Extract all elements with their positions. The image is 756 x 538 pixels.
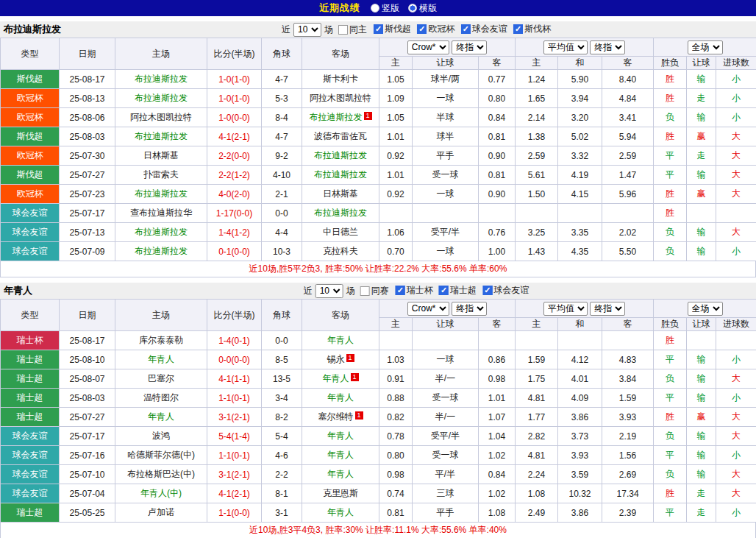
league-filter[interactable]: 瑞士杯 (396, 284, 433, 297)
avg-home-odds: 2.24 (516, 465, 558, 484)
corners-cell: 0-0 (262, 204, 302, 223)
section-team-name: 年青人 (4, 284, 32, 297)
same-venue-checkbox[interactable] (338, 25, 348, 35)
fulltime-select[interactable]: 全场 (688, 40, 723, 54)
home-team-name: 哈德斯菲尔德(中) (127, 450, 195, 460)
handicap-line: 受一球 (413, 389, 479, 408)
handicap-away-odds: 0.81 (479, 127, 516, 146)
match-row: 欧冠杯 25-07-23 布拉迪斯拉发1 4-0(2-0) 2-1 日林斯基1 … (1, 185, 756, 204)
layout-vertical-option[interactable]: 竖版 (371, 2, 399, 15)
league-cell: 瑞士超 (1, 389, 60, 408)
handicap-time-select[interactable]: 终指 (452, 302, 487, 316)
same-venue-checkbox[interactable] (360, 286, 370, 296)
league-filter-label: 球会友谊 (472, 23, 507, 35)
result-outcome: 胜 (654, 484, 687, 503)
away-team-name: 布拉迪斯拉发 (314, 208, 367, 218)
match-row: 瑞士超 25-08-07 巴塞尔1 4-1(1-1) 13-5 年青人1 0.9… (1, 369, 756, 389)
avg-away-odds (602, 331, 654, 350)
result-handicap: 输 (687, 389, 716, 408)
handicap-home-odds: 0.88 (379, 389, 413, 408)
subcol-handicap-line: 让球 (413, 57, 479, 70)
col-corner: 角球 (262, 300, 302, 331)
league-filter-checkbox[interactable] (439, 286, 449, 295)
red-card-badge: 1 (346, 354, 354, 362)
score-cell: 1-0(1-0) (207, 70, 262, 89)
league-cell: 欧冠杯 (1, 108, 60, 127)
date-cell: 25-07-27 (60, 166, 115, 185)
score-cell: 1-1(0-1) (207, 389, 262, 408)
away-team-name: 锡永 (327, 354, 345, 364)
subcol-avg-home: 主 (516, 318, 558, 331)
europe-time-select[interactable]: 终指 (590, 40, 625, 54)
handicap-away-odds: 1.00 (479, 242, 516, 261)
home-team-cell: 布拉迪斯拉发1 (115, 185, 207, 204)
games-label: 场 (346, 285, 355, 297)
handicap-time-select[interactable]: 终指 (452, 40, 487, 54)
avg-home-odds: 1.08 (516, 484, 558, 503)
league-filter-checkbox[interactable] (396, 286, 405, 295)
subcol-handicap-away: 客 (479, 57, 516, 70)
league-filter[interactable]: 斯伐杯 (513, 23, 551, 35)
league-filter-checkbox[interactable] (461, 24, 471, 34)
league-filter[interactable]: 球会友谊 (461, 23, 507, 35)
away-team-cell: 波德布雷佐瓦1 (302, 127, 379, 146)
bookmaker-select[interactable]: Crow* (407, 302, 449, 316)
layout-horizontal-option[interactable]: 横版 (408, 2, 437, 15)
match-row: 欧冠杯 25-08-13 布拉迪斯拉发1 1-0(1-0) 5-3 阿拉木图凯拉… (1, 89, 756, 108)
average-odds-select[interactable]: 平均值 (543, 40, 588, 54)
date-cell: 25-08-07 (60, 369, 115, 389)
league-filter-checkbox[interactable] (417, 24, 427, 34)
handicap-line: 平手 (413, 146, 479, 166)
europe-time-select[interactable]: 终指 (590, 302, 625, 316)
subcol-outcome: 胜负 (654, 318, 687, 331)
result-handicap: 输 (687, 427, 716, 446)
avg-draw-odds (558, 331, 602, 350)
date-cell: 25-07-30 (60, 146, 115, 166)
vertical-radio[interactable] (371, 4, 379, 13)
league-filter[interactable]: 斯伐超 (374, 23, 411, 35)
average-odds-select[interactable]: 平均值 (543, 302, 588, 316)
home-team-cell: 卢加诺1 (115, 503, 207, 523)
same-venue-filter[interactable]: 同主 (338, 24, 367, 36)
handicap-home-odds: 0.92 (379, 185, 413, 204)
handicap-away-odds: 0.90 (479, 185, 516, 204)
away-team-name: 斯卡利卡 (323, 74, 358, 84)
handicap-away-odds (479, 204, 516, 223)
match-row: 瑞士超 25-07-27 年青人1 3-1(2-1) 8-2 塞尔维特1 0.8… (1, 408, 756, 427)
home-team-name: 布拉迪斯拉发 (135, 131, 188, 141)
league-filter[interactable]: 欧冠杯 (417, 23, 454, 35)
avg-draw-odds (558, 204, 602, 223)
away-team-name: 布拉迪斯拉发 (310, 112, 363, 122)
league-filter-checkbox[interactable] (374, 24, 383, 34)
subcol-avg-draw: 和 (558, 318, 602, 331)
league-filter[interactable]: 瑞士超 (439, 284, 477, 297)
league-filter-label: 瑞士超 (450, 284, 477, 297)
league-filter-checkbox[interactable] (513, 24, 523, 34)
corners-cell: 9-2 (262, 146, 302, 166)
away-team-cell: 阿拉木图凯拉特1 (302, 89, 379, 108)
recent-count-select[interactable]: 10 (315, 284, 343, 298)
same-venue-filter[interactable]: 同赛 (360, 285, 389, 297)
bookmaker-select[interactable]: Crow* (407, 40, 449, 54)
home-team-name: 巴塞尔 (148, 373, 174, 383)
result-goals: 小 (716, 108, 756, 127)
handicap-away-odds: 0.86 (479, 350, 516, 369)
fulltime-select[interactable]: 全场 (688, 302, 723, 316)
corners-cell: 8-5 (262, 350, 302, 369)
date-cell: 25-07-04 (60, 484, 115, 503)
horizontal-radio[interactable] (408, 4, 417, 13)
result-handicap: 输 (687, 223, 716, 242)
away-team-name: 塞尔维特 (318, 411, 354, 422)
home-team-name: 库尔泰泰勒 (139, 335, 183, 345)
date-cell: 25-07-23 (60, 185, 115, 204)
league-filter-checkbox[interactable] (482, 286, 492, 295)
league-filter[interactable]: 球会友谊 (482, 284, 529, 297)
result-goals: 小 (716, 389, 756, 408)
handicap-home-odds: 1.09 (379, 89, 413, 108)
home-team-cell: 布拉迪斯拉发1 (115, 242, 207, 261)
handicap-line: 平手 (413, 503, 479, 523)
handicap-line: 受平/半 (413, 427, 479, 446)
result-outcome: 负 (654, 369, 687, 389)
avg-draw-odds: 3.59 (558, 465, 602, 484)
recent-count-select[interactable]: 10 (293, 23, 321, 37)
